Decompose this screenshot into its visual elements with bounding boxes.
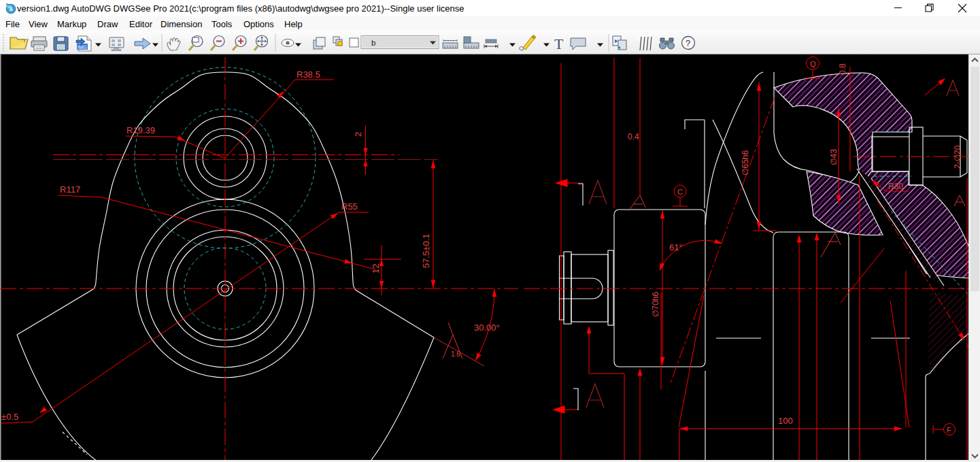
svg-text:0.4: 0.4	[628, 132, 639, 142]
svg-text:61°: 61°	[669, 242, 683, 252]
svg-text:F: F	[947, 426, 951, 434]
svg-text:12: 12	[371, 264, 381, 274]
svg-text:R55: R55	[341, 201, 358, 212]
svg-text:∅43: ∅43	[829, 149, 839, 165]
svg-text:2-∅20: 2-∅20	[953, 145, 962, 169]
svg-text:R38.5: R38.5	[297, 69, 320, 80]
svg-text:R117: R117	[60, 184, 80, 195]
svg-text:2: 2	[353, 132, 363, 137]
svg-text:a: a	[10, 5, 13, 12]
svg-text:1.6: 1.6	[451, 350, 460, 358]
svg-text:C: C	[677, 188, 683, 196]
svg-text:?: ?	[686, 38, 690, 48]
svg-text:∅65h6: ∅65h6	[741, 150, 750, 176]
svg-text:30.00°: 30.00°	[474, 323, 500, 333]
svg-text:R19.39: R19.39	[126, 125, 155, 135]
svg-text:100: 100	[778, 416, 793, 426]
svg-text:±0.5: ±0.5	[1, 412, 18, 422]
svg-text:0.8: 0.8	[838, 63, 847, 75]
svg-text:57.5±0.1: 57.5±0.1	[421, 233, 431, 268]
svg-text:b: b	[371, 39, 375, 47]
svg-text:Q: Q	[810, 60, 816, 68]
svg-text:∅70h6: ∅70h6	[651, 292, 660, 317]
svg-text:IMG: IMG	[78, 45, 86, 50]
svg-text:R30: R30	[888, 182, 903, 191]
svg-text:T: T	[554, 35, 564, 52]
